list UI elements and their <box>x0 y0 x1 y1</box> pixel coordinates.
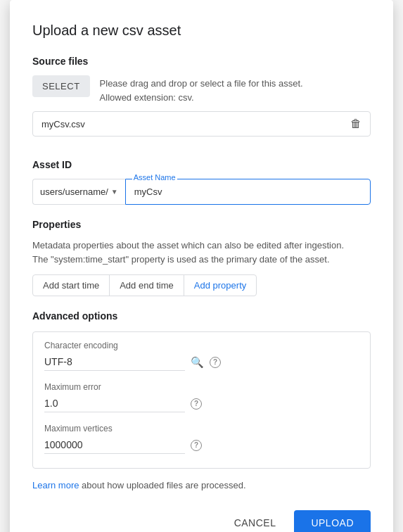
search-icon[interactable]: 🔍 <box>191 356 204 369</box>
character-encoding-input[interactable] <box>44 353 185 371</box>
select-button[interactable]: SELECT <box>32 75 90 97</box>
properties-section: Properties Metadata properties about the… <box>32 219 371 296</box>
learn-more-link[interactable]: Learn more <box>32 480 79 490</box>
properties-description: Metadata properties about the asset whic… <box>32 239 371 266</box>
asset-name-label: Asset Name <box>132 173 177 182</box>
cancel-button[interactable]: CANCEL <box>222 510 289 532</box>
maximum-error-help-icon[interactable]: ? <box>191 398 202 410</box>
properties-actions: Add start time Add end time Add property <box>32 274 371 296</box>
upload-dialog: Upload a new csv asset Source files SELE… <box>10 0 393 532</box>
asset-id-prefix-text: users/username/ <box>40 186 108 197</box>
maximum-error-input[interactable] <box>44 395 185 412</box>
asset-id-section: Asset ID users/username/ ▼ Asset Name <box>32 159 371 205</box>
add-end-time-button[interactable]: Add end time <box>109 274 184 296</box>
maximum-vertices-help-icon[interactable]: ? <box>191 440 202 451</box>
properties-desc-line2: The "system:time_start" property is used… <box>32 254 330 265</box>
asset-id-prefix[interactable]: users/username/ ▼ <box>32 179 125 205</box>
maximum-error-group: Maximum error ? <box>44 382 359 412</box>
asset-id-row: users/username/ ▼ Asset Name <box>32 179 371 205</box>
maximum-error-label: Maximum error <box>44 382 359 392</box>
dialog-footer: CANCEL UPLOAD <box>32 505 371 532</box>
dialog-title: Upload a new csv asset <box>32 23 371 39</box>
advanced-options-scroll[interactable]: Character encoding 🔍 ? Maximum error ? M… <box>32 331 371 469</box>
upload-button[interactable]: UPLOAD <box>294 510 371 532</box>
character-encoding-group: Character encoding 🔍 ? <box>44 341 359 371</box>
drop-area: SELECT Please drag and drop or select a … <box>32 75 371 104</box>
file-name: myCsv.csv <box>41 119 85 129</box>
drop-text-line2: Allowed extension: csv. <box>100 92 194 103</box>
maximum-vertices-input[interactable] <box>44 436 185 454</box>
source-files-label: Source files <box>32 56 371 67</box>
asset-id-label: Asset ID <box>32 159 371 170</box>
maximum-vertices-row: ? <box>44 436 359 454</box>
maximum-vertices-group: Maximum vertices ? <box>44 424 359 454</box>
learn-more-suffix: about how uploaded files are processed. <box>79 480 245 490</box>
properties-desc-line1: Metadata properties about the asset whic… <box>32 240 344 251</box>
add-start-time-button[interactable]: Add start time <box>32 274 110 296</box>
file-row: myCsv.csv 🗑 <box>32 111 371 137</box>
drop-text: Please drag and drop or select a file fo… <box>100 75 303 104</box>
asset-name-input[interactable] <box>125 179 371 205</box>
character-encoding-row: 🔍 ? <box>44 353 359 371</box>
maximum-error-row: ? <box>44 395 359 412</box>
maximum-vertices-label: Maximum vertices <box>44 424 359 433</box>
delete-file-icon[interactable]: 🗑 <box>350 118 362 130</box>
learn-more-row: Learn more about how uploaded files are … <box>32 480 371 490</box>
add-property-button[interactable]: Add property <box>184 274 257 296</box>
character-encoding-help-icon[interactable]: ? <box>210 357 221 368</box>
advanced-options-label: Advanced options <box>32 310 371 322</box>
drop-text-line1: Please drag and drop or select a file fo… <box>100 78 303 89</box>
properties-label: Properties <box>32 219 371 230</box>
chevron-down-icon: ▼ <box>111 188 118 196</box>
character-encoding-label: Character encoding <box>44 341 359 350</box>
source-files-section: Source files SELECT Please drag and drop… <box>32 56 371 148</box>
advanced-options-section: Advanced options Character encoding 🔍 ? … <box>32 310 371 469</box>
asset-name-field: Asset Name <box>125 179 371 205</box>
